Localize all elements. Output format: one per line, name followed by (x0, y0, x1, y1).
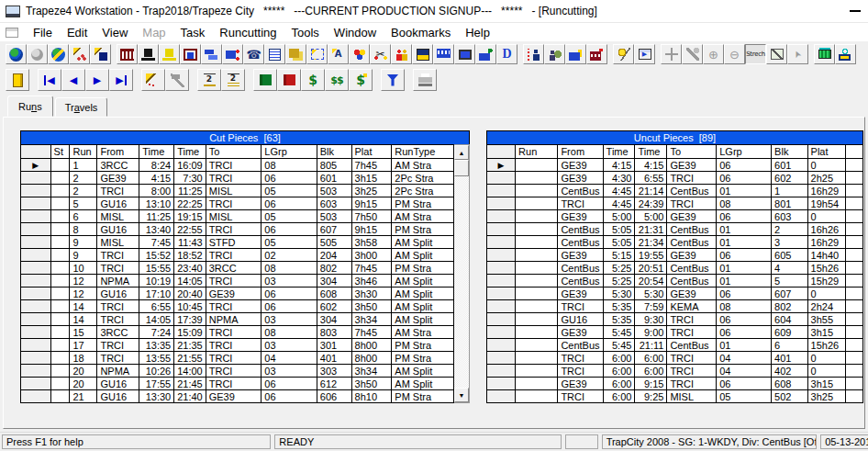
table-row[interactable]: 9TRCI15:5218:52TRCI022043h00AM Split (21, 249, 454, 262)
exit-button[interactable] (6, 69, 29, 91)
annotate-button[interactable]: A (328, 44, 349, 64)
hammer-button[interactable] (165, 69, 189, 91)
table-row[interactable]: CentBus5:0521:34CentBus01316h29 (487, 236, 863, 249)
row-selector[interactable] (21, 288, 51, 300)
column-header[interactable]: Blk (317, 145, 351, 159)
person-route-button[interactable] (523, 44, 544, 64)
row-selector[interactable] (21, 262, 51, 275)
scroll-track[interactable] (454, 176, 469, 388)
menu-runcutting[interactable]: Runcutting (212, 24, 284, 41)
row-selector[interactable] (487, 210, 516, 223)
pencil-scatter-button[interactable] (69, 44, 90, 64)
table-row[interactable]: CentBus4:4521:14CentBus01116h29 (487, 185, 863, 197)
menu-help[interactable]: Help (458, 24, 497, 41)
row-selector[interactable] (21, 172, 51, 185)
letter-d-button[interactable]: D (496, 44, 517, 64)
row-selector[interactable] (21, 352, 51, 365)
row-selector[interactable] (21, 197, 51, 210)
column-header[interactable]: Run (70, 145, 97, 159)
green-book-button[interactable] (253, 69, 277, 91)
bank-button[interactable] (117, 44, 138, 64)
map-globe-button[interactable] (6, 44, 27, 64)
row-selector[interactable] (21, 249, 51, 262)
cut-pieces-table[interactable]: StRunFromTimeTimeToLGrpBlkPlatRunType▶13… (20, 144, 454, 403)
table-row[interactable]: 14TRCI6:5510:45TRCI066023h50AM Split (21, 300, 454, 313)
uncut-pieces-table[interactable]: RunFromTimeTimeToLGrpBlkPlat▶GE394:154:1… (486, 144, 863, 403)
row-selector[interactable] (21, 365, 51, 378)
current-row-selector[interactable]: ▶ (487, 159, 516, 172)
table-row[interactable]: GE395:005:00GE39066030 (487, 210, 863, 223)
red-book-button[interactable] (277, 69, 301, 91)
column-header[interactable]: Time (174, 145, 206, 159)
column-header[interactable]: RunType (392, 145, 454, 159)
current-row-selector[interactable]: ▶ (21, 159, 51, 172)
depot-button[interactable] (180, 44, 201, 64)
menu-file[interactable]: File (26, 24, 60, 41)
cost-double-button[interactable]: $$ (325, 69, 349, 91)
scroll-down-icon[interactable]: ▼ (454, 388, 469, 402)
column-header[interactable]: Time (603, 145, 635, 159)
column-header[interactable]: From (97, 145, 139, 159)
bus-plant-button[interactable] (475, 44, 496, 64)
menu-task[interactable]: Task (173, 24, 213, 41)
pencil-fill-button[interactable] (90, 44, 111, 64)
table-row[interactable]: 8GU1613:4022:55TRCI066079h15PM Stra (21, 223, 454, 236)
row-selector[interactable] (487, 262, 516, 275)
balance-top-button[interactable]: 2 (197, 69, 221, 91)
stretch-button[interactable]: Strech (745, 44, 766, 64)
row-selector[interactable] (487, 326, 516, 339)
table-row[interactable]: CentBus5:2520:54CentBus01515h29 (487, 275, 863, 288)
table-row[interactable]: 153RCC7:2415:09TRCI088037h45AM Stra (21, 326, 454, 339)
cut-table-scrollbar[interactable]: ▲ ▼ (454, 144, 470, 403)
table-row[interactable]: 10TRCI15:5523:403RCC088027h45PM Stra (21, 262, 454, 275)
table-row[interactable]: 6MISL11:2519:15MISL055037h50AM Stra (21, 210, 454, 223)
row-selector[interactable] (487, 339, 516, 352)
column-header[interactable]: From (558, 145, 603, 159)
row-selector[interactable] (21, 390, 51, 403)
row-selector[interactable] (487, 197, 516, 210)
crew-button[interactable] (391, 44, 412, 64)
table-row[interactable]: CentBus5:2520:51CentBus01415h26 (487, 262, 863, 275)
column-header[interactable]: LGrp (717, 145, 772, 159)
balance-bottom-button[interactable]: 2 (221, 69, 245, 91)
table-row[interactable]: TRCI6:009:25MISL055023h25 (487, 390, 863, 403)
table-row[interactable]: 18TRCI13:5521:55TRCI044018h00PM Stra (21, 352, 454, 365)
bus-front-button[interactable] (412, 44, 433, 64)
timetable-books-button[interactable] (285, 44, 306, 64)
edit-pencil-button[interactable] (141, 69, 165, 91)
run-window-button[interactable]: ▶ (634, 44, 655, 64)
table-row[interactable]: CentBus5:4521:11CentBus01615h26 (487, 339, 863, 352)
table-row[interactable]: 5GU1613:1022:25TRCI066039h15PM Stra (21, 197, 454, 210)
table-row[interactable]: CentBus5:0521:31CentBus01216h26 (487, 223, 863, 236)
row-selector[interactable] (487, 185, 516, 197)
menu-edit[interactable]: Edit (60, 24, 95, 41)
scroll-thumb[interactable] (454, 160, 469, 176)
row-selector[interactable] (487, 352, 516, 365)
region-edit-button[interactable] (306, 44, 328, 64)
column-header[interactable]: Plat (351, 145, 392, 159)
bus-flag-button[interactable] (586, 44, 607, 64)
table-row[interactable]: TRCI6:006:00TRCI044020 (487, 365, 863, 378)
row-selector[interactable] (21, 378, 51, 390)
row-selector[interactable] (487, 172, 516, 185)
table-row[interactable]: GE395:459:00TRCI066093h15 (487, 326, 863, 339)
globe-gray-button[interactable] (27, 44, 48, 64)
vehicles-button[interactable] (201, 44, 222, 64)
table-row[interactable]: ▶GE394:154:15GE39066010 (487, 159, 863, 172)
next-record-button[interactable]: ▶ (85, 69, 109, 91)
table-row[interactable]: GE396:009:15TRCI066083h15 (487, 378, 863, 390)
table-row[interactable]: 14TRCI14:0517:39NPMA033043h34AM Split (21, 313, 454, 326)
table-row[interactable]: 20NPMA10:2614:00TRCI033033h34AM Split (21, 365, 454, 378)
first-record-button[interactable]: ◀ (38, 69, 61, 91)
row-selector[interactable] (487, 313, 516, 326)
table-row[interactable]: 12GU1617:1020:40GE39066083h30AM Split (21, 288, 454, 300)
row-selector[interactable] (21, 275, 51, 288)
bus-stops-button[interactable] (222, 44, 243, 64)
row-selector[interactable] (21, 210, 51, 223)
row-selector[interactable] (487, 275, 516, 288)
table-row[interactable]: GE394:306:55TRCI066022h25 (487, 172, 863, 185)
monitor-button[interactable] (454, 44, 475, 64)
operator-black-hat-button[interactable] (138, 44, 159, 64)
table-row[interactable]: 2GE394:157:30TRCI066013h152Pc Stra (21, 172, 454, 185)
column-header[interactable]: To (667, 145, 717, 159)
